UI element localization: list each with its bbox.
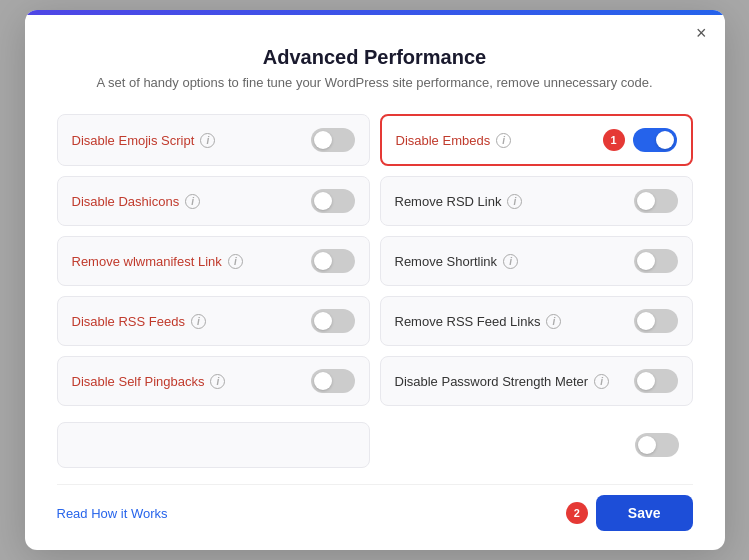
toggle-slider <box>633 128 677 152</box>
save-button[interactable]: Save <box>596 495 693 531</box>
option-label: Disable Emojis Script i <box>72 133 216 148</box>
option-disable-password-strength: Disable Password Strength Meter i <box>380 356 693 406</box>
badge-2: 2 <box>566 502 588 524</box>
option-text: Disable Dashicons <box>72 194 180 209</box>
toggle-remove-shortlink[interactable] <box>634 249 678 273</box>
option-label: Remove Shortlink i <box>395 254 519 269</box>
option-label: Disable Self Pingbacks i <box>72 374 226 389</box>
toggle-remove-rss-feed-links[interactable] <box>634 309 678 333</box>
option-text: Disable Embeds <box>396 133 491 148</box>
toggle-slider <box>311 189 355 213</box>
toggle-disable-emojis[interactable] <box>311 128 355 152</box>
partial-row-left <box>57 422 370 468</box>
option-text: Disable Self Pingbacks <box>72 374 205 389</box>
option-disable-dashicons: Disable Dashicons i <box>57 176 370 226</box>
info-icon[interactable]: i <box>496 133 511 148</box>
option-text: Remove wlwmanifest Link <box>72 254 222 269</box>
option-text: Disable Emojis Script <box>72 133 195 148</box>
option-text: Disable Password Strength Meter <box>395 374 589 389</box>
toggle-slider <box>634 249 678 273</box>
option-remove-wlwmanifest: Remove wlwmanifest Link i <box>57 236 370 286</box>
toggle-partial[interactable] <box>635 433 679 457</box>
save-wrap: 2 Save <box>566 495 693 531</box>
toggle-slider <box>311 249 355 273</box>
toggle-disable-dashicons[interactable] <box>311 189 355 213</box>
toggle-disable-embeds[interactable] <box>633 128 677 152</box>
option-label: Disable RSS Feeds i <box>72 314 206 329</box>
close-button[interactable]: × <box>696 24 707 42</box>
info-icon[interactable]: i <box>546 314 561 329</box>
modal-subtitle: A set of handy options to fine tune your… <box>57 75 693 90</box>
option-label: Disable Dashicons i <box>72 194 201 209</box>
badge-1: 1 <box>603 129 625 151</box>
modal-footer: Read How it Works 2 Save <box>57 484 693 531</box>
toggle-remove-wlwmanifest[interactable] <box>311 249 355 273</box>
info-icon[interactable]: i <box>228 254 243 269</box>
toggle-slider <box>311 369 355 393</box>
info-icon[interactable]: i <box>507 194 522 209</box>
option-text: Remove RSS Feed Links <box>395 314 541 329</box>
option-label: Disable Password Strength Meter i <box>395 374 610 389</box>
info-icon[interactable]: i <box>503 254 518 269</box>
toggle-wrap: 1 <box>603 128 677 152</box>
toggle-slider <box>311 128 355 152</box>
option-text: Disable RSS Feeds <box>72 314 185 329</box>
modal-backdrop: × Advanced Performance A set of handy op… <box>0 0 749 560</box>
option-remove-rsd-link: Remove RSD Link i <box>380 176 693 226</box>
option-disable-emojis: Disable Emojis Script i <box>57 114 370 166</box>
toggle-remove-rsd-link[interactable] <box>634 189 678 213</box>
option-label: Remove RSD Link i <box>395 194 523 209</box>
toggle-slider <box>635 433 679 457</box>
toggle-slider <box>311 309 355 333</box>
option-disable-embeds: Disable Embeds i 1 <box>380 114 693 166</box>
option-disable-rss-feeds: Disable RSS Feeds i <box>57 296 370 346</box>
option-label: Remove RSS Feed Links i <box>395 314 562 329</box>
option-text: Remove RSD Link <box>395 194 502 209</box>
option-text: Remove Shortlink <box>395 254 498 269</box>
option-disable-self-pingbacks: Disable Self Pingbacks i <box>57 356 370 406</box>
option-label: Remove wlwmanifest Link i <box>72 254 243 269</box>
toggle-disable-password-strength[interactable] <box>634 369 678 393</box>
info-icon[interactable]: i <box>210 374 225 389</box>
option-remove-shortlink: Remove Shortlink i <box>380 236 693 286</box>
info-icon[interactable]: i <box>594 374 609 389</box>
toggle-slider <box>634 189 678 213</box>
toggle-disable-self-pingbacks[interactable] <box>311 369 355 393</box>
modal: × Advanced Performance A set of handy op… <box>25 10 725 550</box>
modal-title: Advanced Performance <box>57 46 693 69</box>
info-icon[interactable]: i <box>185 194 200 209</box>
toggle-slider <box>634 309 678 333</box>
options-grid: Disable Emojis Script i Disable Embeds i… <box>57 114 693 406</box>
info-icon[interactable]: i <box>191 314 206 329</box>
top-bar <box>25 10 725 15</box>
read-how-link[interactable]: Read How it Works <box>57 506 168 521</box>
toggle-slider <box>634 369 678 393</box>
option-remove-rss-feed-links: Remove RSS Feed Links i <box>380 296 693 346</box>
toggle-disable-rss-feeds[interactable] <box>311 309 355 333</box>
option-label: Disable Embeds i <box>396 133 512 148</box>
info-icon[interactable]: i <box>200 133 215 148</box>
